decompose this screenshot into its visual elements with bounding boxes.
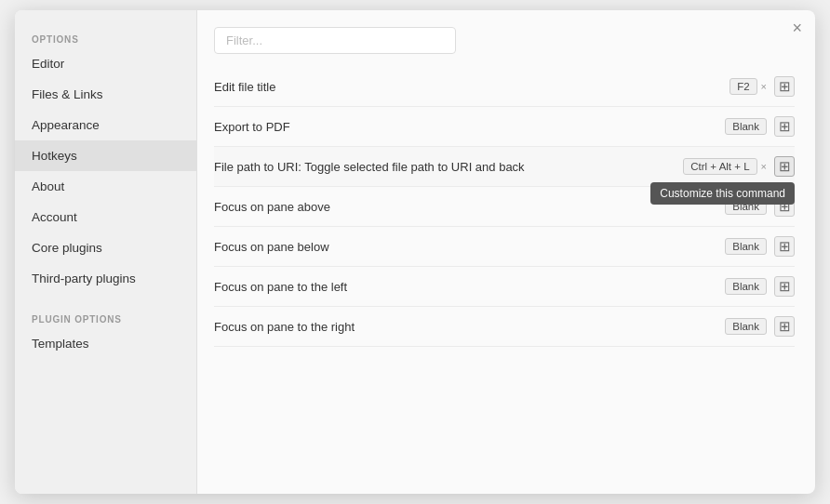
key-badge: F2 [730, 78, 756, 95]
add-hotkey-button[interactable]: ⊞ [774, 316, 795, 337]
key-badge: Ctrl + Alt + L [683, 158, 756, 175]
main-content: Edit file title F2 × ⊞ Export to PDF Bla… [197, 10, 815, 494]
hotkey-label: Focus on pane above [214, 200, 725, 214]
key-remove[interactable]: × [761, 161, 767, 172]
add-hotkey-button[interactable]: ⊞ [774, 76, 795, 97]
tooltip-container: ⊞ Customize this command [774, 156, 795, 177]
hotkey-row: Export to PDF Blank ⊞ [214, 107, 795, 147]
sidebar-item-core-plugins[interactable]: Core plugins [15, 232, 196, 263]
sidebar-item-third-party-plugins[interactable]: Third-party plugins [15, 263, 196, 294]
hotkey-list: Edit file title F2 × ⊞ Export to PDF Bla… [214, 67, 798, 494]
add-hotkey-button[interactable]: ⊞ [774, 236, 795, 257]
hotkey-row: Edit file title F2 × ⊞ [214, 67, 795, 107]
hotkey-row: Focus on pane to the right Blank ⊞ [214, 307, 795, 347]
key-blank-badge: Blank [725, 238, 767, 255]
settings-modal: × OPTIONS Editor Files & Links Appearanc… [15, 10, 815, 494]
add-hotkey-button[interactable]: ⊞ [774, 156, 795, 177]
options-section-label: OPTIONS [15, 25, 196, 48]
hotkey-label: Focus on pane below [214, 240, 725, 254]
key-blank-badge: Blank [725, 318, 767, 335]
key-blank-badge: Blank [725, 278, 767, 295]
hotkey-keys: Blank [725, 198, 767, 215]
hotkey-label: Focus on pane to the left [214, 280, 725, 294]
sidebar-item-files-links[interactable]: Files & Links [15, 79, 196, 110]
sidebar-item-editor[interactable]: Editor [15, 48, 196, 79]
hotkey-keys: Blank [725, 318, 767, 335]
key-blank-badge: Blank [725, 118, 767, 135]
hotkey-keys: Blank [725, 278, 767, 295]
hotkey-keys: Blank [725, 238, 767, 255]
add-hotkey-button[interactable]: ⊞ [774, 276, 795, 297]
add-hotkey-button[interactable]: ⊞ [774, 196, 795, 217]
sidebar-item-appearance[interactable]: Appearance [15, 110, 196, 140]
sidebar-item-hotkeys[interactable]: Hotkeys [15, 140, 196, 171]
sidebar-item-templates[interactable]: Templates [15, 328, 196, 359]
add-hotkey-button[interactable]: ⊞ [774, 116, 795, 137]
hotkey-label: Edit file title [214, 80, 730, 94]
plugin-options-section-label: PLUGIN OPTIONS [15, 305, 196, 328]
hotkey-keys: Ctrl + Alt + L × [683, 158, 767, 175]
hotkey-row: Focus on pane above Blank ⊞ [214, 187, 795, 227]
hotkey-keys: Blank [725, 118, 767, 135]
hotkey-label: File path to URI: Toggle selected file p… [214, 160, 683, 174]
hotkey-row: Focus on pane to the left Blank ⊞ [214, 267, 795, 307]
key-remove[interactable]: × [761, 81, 767, 92]
hotkey-row: Focus on pane below Blank ⊞ [214, 227, 795, 267]
sidebar-item-account[interactable]: Account [15, 202, 196, 232]
sidebar-item-about[interactable]: About [15, 171, 196, 202]
close-button[interactable]: × [792, 20, 802, 36]
hotkey-label: Export to PDF [214, 120, 725, 134]
filter-input[interactable] [214, 27, 456, 54]
hotkey-keys: F2 × [730, 78, 767, 95]
hotkey-label: Focus on pane to the right [214, 320, 725, 334]
hotkey-row-file-path: File path to URI: Toggle selected file p… [214, 147, 795, 187]
sidebar: OPTIONS Editor Files & Links Appearance … [15, 10, 197, 494]
key-blank-badge: Blank [725, 198, 767, 215]
